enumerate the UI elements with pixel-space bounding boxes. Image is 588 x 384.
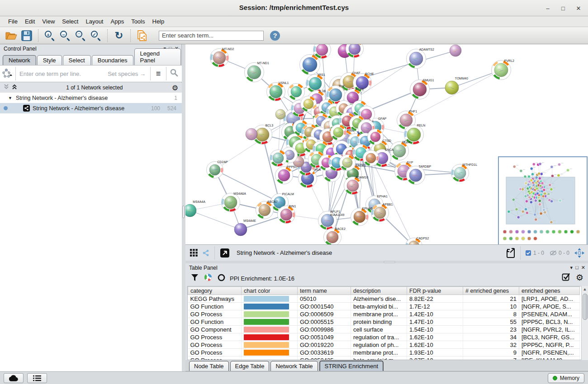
- network-node[interactable]: [368, 129, 384, 145]
- network-options-gear-icon[interactable]: ⚙: [172, 84, 178, 92]
- tab-select[interactable]: Select: [63, 55, 91, 65]
- table-row[interactable]: GO FunctionGO:0005515protein binding1.47…: [188, 318, 580, 326]
- table-row[interactable]: GO ProcessGO:0050435beta-amyloid m...2.0…: [188, 356, 580, 361]
- memory-button[interactable]: Memory: [548, 373, 584, 383]
- table-gear-icon[interactable]: ⚙: [576, 272, 583, 283]
- query-search-icon[interactable]: [166, 69, 182, 79]
- scrollbar-thumb[interactable]: [583, 294, 588, 320]
- network-node[interactable]: EPHA5: [351, 207, 373, 226]
- ring-chart-icon[interactable]: [218, 274, 225, 283]
- network-node[interactable]: [450, 45, 461, 56]
- table-collapse-icon[interactable]: ▾: [570, 265, 576, 270]
- network-node[interactable]: MS4A6A: [222, 192, 247, 212]
- table-row[interactable]: GO ProcessGO:0051049regulation of tra...…: [188, 333, 580, 341]
- column-header-chart-color[interactable]: chart color: [242, 287, 298, 295]
- menu-select[interactable]: Select: [58, 17, 82, 26]
- network-node[interactable]: [340, 155, 356, 171]
- tab-node-table[interactable]: Node Table: [189, 361, 229, 371]
- close-button[interactable]: ✕: [572, 4, 585, 13]
- zoom-fit-icon[interactable]: □: [74, 29, 87, 42]
- table-row[interactable]: GO FunctionGO:0001540beta-amyloid bi...1…: [188, 303, 580, 310]
- annotation-mode-icon[interactable]: [220, 248, 230, 258]
- zoom-in-icon[interactable]: +: [43, 29, 57, 42]
- network-row[interactable]: String Network - Alzheimer's disease 100…: [0, 103, 182, 113]
- network-node[interactable]: [270, 150, 287, 167]
- table-scrollbar[interactable]: ▲: [581, 286, 588, 360]
- menu-apps[interactable]: Apps: [107, 17, 128, 26]
- species-hint[interactable]: Set species →: [108, 70, 150, 77]
- expand-all-icon[interactable]: [12, 84, 17, 92]
- export-network-icon[interactable]: [505, 248, 516, 258]
- splitter-handle[interactable]: [182, 206, 185, 218]
- network-node[interactable]: APLP1KIAA1149: [318, 210, 345, 230]
- zoom-selected-icon[interactable]: ✓: [89, 29, 103, 42]
- menu-tools[interactable]: Tools: [128, 17, 148, 26]
- network-node[interactable]: [331, 125, 346, 140]
- collapse-all-icon[interactable]: [4, 84, 9, 92]
- network-node[interactable]: PVRL2: [492, 59, 515, 80]
- network-node[interactable]: [275, 109, 285, 119]
- help-icon[interactable]: ?: [270, 31, 280, 41]
- chart-color-icon[interactable]: [204, 273, 212, 283]
- table-row[interactable]: GO ProcessGO:0019220regulation of ph...1…: [188, 341, 580, 349]
- network-node[interactable]: TOMM40: [445, 77, 468, 94]
- network-node[interactable]: MTHFD1L: [451, 163, 478, 182]
- column-header-term-name[interactable]: term name: [298, 287, 351, 295]
- network-node[interactable]: CD2AP: [207, 160, 228, 178]
- menu-file[interactable]: File: [5, 17, 21, 26]
- navigator-icon[interactable]: [574, 248, 584, 258]
- refresh-icon[interactable]: ↻: [112, 29, 126, 42]
- tab-style[interactable]: Style: [37, 55, 62, 65]
- string-query-input[interactable]: Enter one term per line.: [16, 70, 108, 77]
- search-input[interactable]: [159, 31, 264, 41]
- table-close-icon[interactable]: ✕: [581, 265, 585, 270]
- network-node[interactable]: PPP5C: [275, 165, 297, 184]
- menu-view[interactable]: View: [38, 17, 58, 26]
- table-float-icon[interactable]: □: [575, 265, 581, 270]
- tab-edge-table[interactable]: Edge Table: [230, 361, 270, 371]
- column-header-fdr-p-value[interactable]: FDR p-value: [407, 287, 463, 295]
- network-node[interactable]: MT-ND1: [245, 61, 269, 82]
- share-view-icon[interactable]: [202, 249, 209, 257]
- column-header-category[interactable]: category: [188, 287, 242, 295]
- cloud-status-button[interactable]: [4, 373, 24, 383]
- tab-network-table[interactable]: Network Table: [270, 361, 318, 371]
- tab-legend-panel[interactable]: Legend Panel: [134, 48, 181, 65]
- enrichment-table[interactable]: categorychart colorterm namedescriptionF…: [187, 286, 586, 360]
- column-header-enriched-genes[interactable]: enriched genes: [519, 287, 580, 295]
- panel-splitter[interactable]: [182, 44, 185, 371]
- network-node[interactable]: CADPS2: [406, 237, 429, 244]
- task-history-button[interactable]: [27, 373, 47, 383]
- tab-boundaries[interactable]: Boundaries: [92, 55, 133, 65]
- zoom-out-icon[interactable]: −: [58, 29, 72, 42]
- table-row[interactable]: GO ComponentGO:0009986cell surface1.54E-…: [188, 326, 580, 333]
- grid-mode-icon[interactable]: [190, 249, 198, 257]
- filter-icon[interactable]: [191, 274, 199, 283]
- table-row[interactable]: GO ProcessGO:0006509membrane prot...1.42…: [188, 310, 580, 318]
- network-collection-row[interactable]: ▼ String Network - Alzheimer's disease 1: [0, 93, 182, 103]
- column-header--enriched-genes[interactable]: # enriched genes: [463, 287, 519, 295]
- tab-network[interactable]: Network: [3, 55, 36, 65]
- select-check-icon[interactable]: [562, 272, 570, 283]
- birds-eye-view[interactable]: [498, 156, 588, 246]
- network-node[interactable]: ADAM10: [344, 176, 368, 195]
- column-header-description[interactable]: description: [351, 287, 407, 295]
- open-session-icon[interactable]: [5, 29, 18, 42]
- menu-edit[interactable]: Edit: [21, 17, 38, 26]
- network-node[interactable]: [288, 84, 305, 100]
- network-node[interactable]: MT-ND2: [210, 47, 234, 67]
- network-node[interactable]: [363, 150, 379, 166]
- string-protein-query-icon[interactable]: [0, 68, 15, 79]
- minimize-button[interactable]: –: [541, 4, 555, 13]
- tab-string-enrichment[interactable]: STRING Enrichment: [319, 361, 384, 371]
- table-row[interactable]: KEGG Pathways05010Alzheimer's dise...8.8…: [188, 295, 580, 303]
- network-node[interactable]: MS4A4A: [185, 200, 205, 217]
- menu-layout[interactable]: Layout: [82, 17, 107, 26]
- tree-expander-icon[interactable]: ▼: [8, 96, 12, 100]
- network-node[interactable]: [246, 128, 257, 140]
- query-options-icon[interactable]: ≡: [151, 69, 166, 79]
- maximize-button[interactable]: □: [556, 4, 570, 13]
- copy-network-icon[interactable]: [135, 29, 149, 42]
- save-session-icon[interactable]: [20, 29, 33, 42]
- table-splitter-grip[interactable]: [384, 261, 395, 263]
